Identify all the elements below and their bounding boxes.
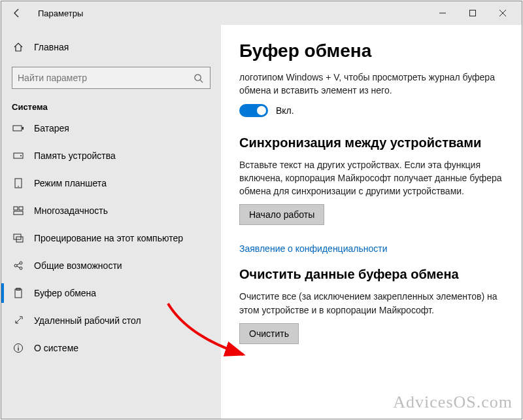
sidebar-item-remote[interactable]: Удаленный рабочий стол: [1, 307, 221, 334]
sidebar-item-label: Проецирование на этот компьютер: [34, 233, 183, 243]
svg-rect-11: [19, 207, 23, 210]
svg-rect-12: [14, 211, 23, 215]
svg-point-16: [20, 262, 22, 264]
svg-rect-1: [470, 10, 476, 16]
sidebar-item-battery[interactable]: Батарея: [1, 114, 221, 142]
page-title: Буфер обмена: [239, 41, 507, 61]
svg-point-7: [20, 155, 22, 156]
sync-start-button[interactable]: Начало работы: [239, 204, 324, 225]
clear-heading: Очистить данные буфера обмена: [239, 267, 507, 282]
sync-heading: Синхронизация между устройствами: [239, 135, 507, 150]
sidebar-item-label: Многозадачность: [34, 205, 108, 216]
search-icon: [192, 73, 205, 83]
watermark: AdvicesOS.com: [393, 393, 513, 412]
svg-point-9: [18, 186, 19, 187]
info-icon: [12, 343, 25, 353]
clipboard-icon: [12, 288, 25, 298]
back-button[interactable]: [8, 4, 26, 22]
minimize-button[interactable]: [428, 3, 458, 24]
battery-icon: [12, 124, 25, 132]
sidebar-item-project[interactable]: Проецирование на этот компьютер: [1, 224, 221, 252]
search-input[interactable]: [18, 73, 192, 83]
sidebar-item-label: О системе: [34, 343, 78, 353]
svg-line-3: [200, 80, 203, 82]
sidebar-home-label: Главная: [34, 42, 69, 52]
sidebar-item-label: Общие возможности: [34, 260, 122, 271]
svg-rect-5: [22, 127, 24, 130]
svg-rect-10: [14, 207, 18, 210]
remote-icon: [12, 315, 25, 326]
svg-point-17: [20, 267, 22, 270]
sidebar-section-label: Система: [1, 94, 221, 114]
multitask-icon: [12, 206, 25, 215]
history-toggle[interactable]: [239, 104, 268, 117]
sidebar-item-label: Режим планшета: [34, 178, 107, 188]
maximize-button[interactable]: [458, 3, 488, 24]
sidebar-item-label: Память устройства: [34, 150, 116, 161]
sidebar-item-shared[interactable]: Общие возможности: [1, 252, 221, 279]
sidebar-item-clipboard[interactable]: Буфер обмена: [1, 279, 221, 307]
tablet-icon: [12, 178, 25, 188]
search-box[interactable]: [12, 67, 211, 89]
sidebar-item-label: Батарея: [34, 123, 69, 133]
privacy-link[interactable]: Заявление о конфиденциальности: [239, 243, 387, 254]
clear-description: Очистите все (за исключением закрепленны…: [239, 290, 507, 317]
svg-rect-4: [13, 126, 22, 131]
svg-point-23: [18, 345, 19, 347]
project-icon: [12, 234, 25, 243]
shared-icon: [12, 260, 25, 271]
home-icon: [12, 42, 25, 52]
window-title: Параметры: [38, 9, 83, 18]
svg-line-19: [17, 266, 20, 268]
sidebar-item-label: Буфер обмена: [34, 288, 96, 298]
clear-button[interactable]: Очистить: [239, 323, 299, 344]
sidebar-item-storage[interactable]: Память устройства: [1, 142, 221, 169]
svg-line-18: [17, 264, 20, 265]
toggle-label: Вкл.: [276, 105, 294, 116]
sidebar-item-tablet[interactable]: Режим планшета: [1, 169, 221, 197]
sidebar-home[interactable]: Главная: [1, 34, 221, 60]
sync-description: Вставьте текст на других устройствах. Ес…: [239, 158, 507, 198]
storage-icon: [12, 152, 25, 160]
sidebar-item-multitask[interactable]: Многозадачность: [1, 197, 221, 224]
svg-point-2: [194, 74, 200, 80]
history-description: логотипом Windows + V, чтобы просмотреть…: [239, 71, 507, 97]
close-button[interactable]: [488, 3, 518, 24]
sidebar-item-label: Удаленный рабочий стол: [34, 315, 141, 326]
sidebar-item-about[interactable]: О системе: [1, 334, 221, 362]
svg-point-15: [14, 264, 17, 267]
